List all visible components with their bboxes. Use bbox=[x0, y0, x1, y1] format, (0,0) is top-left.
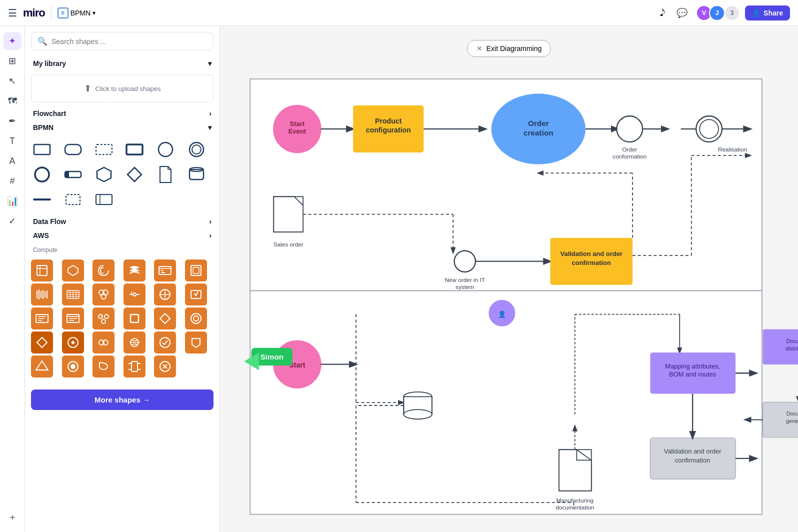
aws-icon-14[interactable] bbox=[62, 308, 84, 330]
toolbar-add-icon[interactable]: ＋ bbox=[4, 508, 22, 526]
aws-icon-6[interactable] bbox=[185, 260, 207, 282]
flowchart-header[interactable]: Flowchart › bbox=[31, 106, 214, 120]
share-button[interactable]: 👤 Share bbox=[745, 6, 790, 20]
exit-diagramming-button[interactable]: ✕ Exit Diagramming bbox=[467, 40, 551, 57]
bpmn-cylinder[interactable] bbox=[186, 164, 208, 186]
aws-icon-5[interactable] bbox=[154, 260, 176, 282]
bpmn-dashed-box[interactable] bbox=[62, 188, 84, 210]
aws-icon-13[interactable] bbox=[31, 308, 53, 330]
toolbar-map-icon[interactable]: 🗺 bbox=[4, 92, 22, 110]
diagram-svg: Start Event Product configuration Order … bbox=[220, 26, 798, 532]
aws-icon-4[interactable] bbox=[124, 260, 146, 282]
more-shapes-button[interactable]: More shapes → bbox=[31, 390, 214, 410]
svg-text:Realisation: Realisation bbox=[718, 146, 747, 152]
svg-point-134 bbox=[404, 410, 432, 419]
aws-icon-21[interactable] bbox=[92, 332, 114, 354]
aws-icon-9[interactable] bbox=[92, 284, 114, 306]
toolbar-chart-icon[interactable]: 📊 bbox=[4, 192, 22, 210]
svg-rect-3 bbox=[126, 144, 142, 154]
aws-icon-22[interactable] bbox=[124, 332, 146, 354]
bpmn-doc[interactable] bbox=[154, 164, 176, 186]
my-library-header[interactable]: My library ▾ bbox=[31, 56, 214, 70]
share-icon: 👤 bbox=[752, 9, 760, 17]
search-input[interactable] bbox=[52, 38, 207, 46]
aws-icon-29[interactable] bbox=[154, 356, 176, 378]
toolbar-grid-icon[interactable]: ⊞ bbox=[4, 52, 22, 70]
left-toolbar: ✦ ⊞ ↖ 🗺 ✒ T A # 📊 ✓ ＋ bbox=[0, 26, 25, 532]
aws-icon-3[interactable] bbox=[92, 260, 114, 282]
svg-rect-1 bbox=[65, 144, 81, 154]
toolbar-shapes-icon[interactable]: ✦ bbox=[4, 32, 22, 50]
bpmn-header[interactable]: BPMN ▾ bbox=[31, 120, 214, 134]
svg-marker-11 bbox=[128, 168, 142, 182]
svg-point-61 bbox=[102, 320, 106, 324]
chevron-down-icon: ▾ bbox=[92, 10, 96, 16]
aws-icon-2[interactable] bbox=[62, 260, 84, 282]
svg-text:BOM and routes: BOM and routes bbox=[669, 370, 716, 378]
bpmn-bar[interactable] bbox=[62, 164, 84, 186]
divider bbox=[51, 6, 52, 20]
svg-text:confirmation: confirmation bbox=[572, 259, 611, 266]
music-icon[interactable]: 𝅘𝅥𝅮 bbox=[652, 5, 668, 21]
svg-point-7 bbox=[35, 168, 49, 182]
svg-rect-26 bbox=[193, 268, 199, 274]
bpmn-double-circle[interactable] bbox=[186, 138, 208, 160]
upload-icon: ⬆ bbox=[84, 83, 92, 94]
toolbar-hash-icon[interactable]: # bbox=[4, 172, 22, 190]
bpmn-thick-rect[interactable] bbox=[124, 138, 146, 160]
bpmn-minus[interactable] bbox=[31, 188, 53, 210]
bpmn-rounded-rect[interactable] bbox=[62, 138, 84, 160]
svg-point-65 bbox=[194, 316, 198, 321]
bpmn-list[interactable] bbox=[93, 188, 115, 210]
aws-icon-20[interactable] bbox=[62, 332, 84, 354]
svg-text:👤: 👤 bbox=[498, 310, 506, 318]
aws-icon-17[interactable] bbox=[154, 308, 176, 330]
toolbar-font-icon[interactable]: A bbox=[4, 152, 22, 170]
aws-icon-16[interactable] bbox=[124, 308, 146, 330]
bpmn-hex[interactable] bbox=[93, 164, 115, 186]
svg-text:conformation: conformation bbox=[612, 153, 646, 160]
aws-icon-28[interactable] bbox=[124, 356, 146, 378]
data-flow-header[interactable]: Data Flow › bbox=[31, 214, 214, 228]
aws-icon-12[interactable] bbox=[185, 284, 207, 306]
aws-icon-7[interactable] bbox=[31, 284, 53, 306]
aws-icon-23[interactable] bbox=[154, 332, 176, 354]
bpmn-selector[interactable]: B BPMN ▾ bbox=[58, 8, 96, 18]
aws-icon-8[interactable] bbox=[62, 284, 84, 306]
bpmn-dashed-rect[interactable] bbox=[93, 138, 115, 160]
aws-header[interactable]: AWS › bbox=[31, 228, 214, 242]
toolbar-cursor-icon[interactable]: ↖ bbox=[4, 72, 22, 90]
aws-icon-18[interactable] bbox=[185, 308, 207, 330]
aws-icon-10[interactable] bbox=[124, 284, 146, 306]
svg-text:confirmation: confirmation bbox=[675, 456, 710, 464]
aws-icon-1[interactable] bbox=[31, 260, 53, 282]
bpmn-rect[interactable] bbox=[31, 138, 53, 160]
upload-shapes-btn[interactable]: ⬆ Click to upload shapes bbox=[31, 74, 214, 102]
svg-point-74 bbox=[70, 364, 76, 369]
bpmn-diamond[interactable] bbox=[124, 164, 146, 186]
chat-icon[interactable]: 💬 bbox=[674, 5, 690, 21]
svg-rect-15 bbox=[66, 194, 80, 204]
svg-text:Validation and order: Validation and order bbox=[560, 250, 622, 258]
aws-icon-11[interactable] bbox=[154, 284, 176, 306]
aws-icon-27[interactable] bbox=[92, 356, 114, 378]
toolbar-pen-icon[interactable]: ✒ bbox=[4, 112, 22, 130]
bpmn-icon: B bbox=[58, 8, 68, 18]
aws-icon-26[interactable] bbox=[62, 356, 84, 378]
aws-icon-19[interactable] bbox=[31, 332, 53, 354]
chevron-right-icon: › bbox=[209, 218, 212, 226]
svg-point-64 bbox=[191, 314, 201, 324]
toolbar-text-icon[interactable]: T bbox=[4, 132, 22, 150]
bpmn-outline-circle[interactable] bbox=[31, 164, 53, 186]
aws-icon-15[interactable] bbox=[92, 308, 114, 330]
chevron-down-icon: ▾ bbox=[208, 60, 212, 68]
aws-icon-24[interactable] bbox=[185, 332, 207, 354]
hamburger-icon[interactable]: ☰ bbox=[8, 7, 17, 19]
canvas[interactable]: ✕ Exit Diagramming Start Event Product c… bbox=[220, 26, 798, 532]
svg-rect-25 bbox=[191, 266, 201, 276]
aws-icon-25[interactable] bbox=[31, 356, 53, 378]
svg-text:system: system bbox=[456, 284, 474, 290]
toolbar-check-icon[interactable]: ✓ bbox=[4, 212, 22, 230]
bpmn-circle[interactable] bbox=[154, 138, 176, 160]
svg-point-71 bbox=[160, 338, 170, 348]
